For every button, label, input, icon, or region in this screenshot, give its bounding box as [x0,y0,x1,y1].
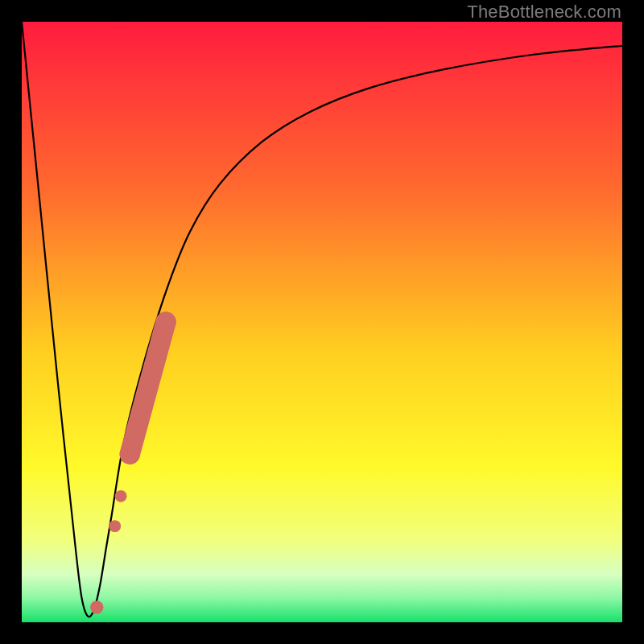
plot-area [22,22,622,622]
marker-dot [115,490,127,502]
chart-frame: TheBottleneck.com [0,0,644,644]
marker-dot [109,520,121,532]
chart-svg [22,22,622,622]
gradient-background [22,22,622,622]
watermark-text: TheBottleneck.com [467,2,621,23]
marker-dot [155,312,175,332]
marker-dot [90,601,103,613]
marker-dot [120,444,140,464]
